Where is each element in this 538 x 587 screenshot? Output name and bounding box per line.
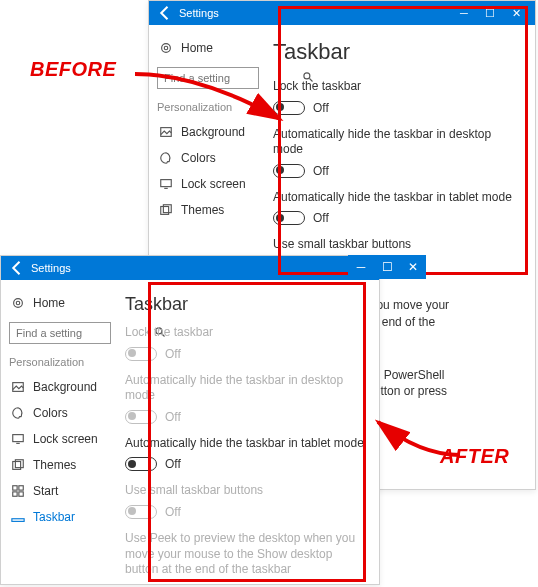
sidebar-item-start[interactable]: Start <box>9 478 111 504</box>
titlebar: Settings ─ ☐ ✕ <box>149 1 535 25</box>
sidebar-item-label: Lock screen <box>33 432 98 446</box>
toggle-state: Off <box>313 101 329 115</box>
sidebar-item-themes[interactable]: Themes <box>9 452 111 478</box>
sidebar-item-label: Themes <box>181 203 224 217</box>
toggle-state: Off <box>313 211 329 225</box>
monitor-icon <box>11 432 25 446</box>
toggle-state: Off <box>165 505 181 519</box>
svg-rect-18 <box>13 486 17 490</box>
setting-label: Use small taskbar buttons <box>273 237 523 253</box>
sidebar-item-background[interactable]: Background <box>9 374 111 400</box>
setting-label: Use Peek to preview the desktop when you… <box>125 531 367 578</box>
setting-autohide-tablet: Automatically hide the taskbar in tablet… <box>125 436 367 472</box>
titlebar: Settings <box>1 256 379 280</box>
annotation-label-before: BEFORE <box>30 58 116 81</box>
close-button[interactable]: ✕ <box>503 7 529 20</box>
sidebar-item-colors[interactable]: Colors <box>157 145 259 171</box>
palette-icon <box>11 406 25 420</box>
setting-autohide-desktop: Automatically hide the taskbar in deskto… <box>273 127 523 178</box>
maximize-button[interactable]: ☐ <box>477 7 503 20</box>
setting-label: Lock the taskbar <box>273 79 523 95</box>
start-icon <box>11 484 25 498</box>
sidebar-item-lockscreen[interactable]: Lock screen <box>157 171 259 197</box>
sidebar: Home Personalization Background Colors L… <box>1 280 119 584</box>
window-controls-before: ─ ☐ ✕ <box>348 255 426 279</box>
sidebar-item-lockscreen[interactable]: Lock screen <box>9 426 111 452</box>
back-button[interactable] <box>7 258 27 278</box>
svg-rect-22 <box>12 519 24 522</box>
setting-lock-taskbar: Lock the taskbar Off <box>125 325 367 361</box>
picture-icon <box>11 380 25 394</box>
sidebar-item-taskbar[interactable]: Taskbar <box>9 504 111 530</box>
toggle <box>125 347 157 361</box>
sidebar-item-label: Colors <box>181 151 216 165</box>
setting-lock-taskbar: Lock the taskbar Off <box>273 79 523 115</box>
main-panel: Taskbar Lock the taskbar Off Automatical… <box>119 280 379 584</box>
back-button[interactable] <box>155 3 175 23</box>
svg-rect-7 <box>161 207 169 215</box>
window-title: Settings <box>175 7 451 19</box>
toggle <box>125 505 157 519</box>
setting-label: Automatically hide the taskbar in deskto… <box>273 127 523 158</box>
sidebar-item-home[interactable]: Home <box>157 35 259 61</box>
themes-icon <box>159 203 173 217</box>
sidebar-item-label: Home <box>33 296 65 310</box>
sidebar-item-label: Background <box>33 380 97 394</box>
page-title: Taskbar <box>273 39 523 65</box>
svg-point-1 <box>164 46 168 50</box>
svg-rect-8 <box>163 205 171 213</box>
gear-icon <box>159 41 173 55</box>
svg-rect-21 <box>19 492 23 496</box>
sidebar-item-label: Lock screen <box>181 177 246 191</box>
minimize-button[interactable]: ─ <box>451 7 477 20</box>
sidebar-item-label: Themes <box>33 458 76 472</box>
annotation-label-after: AFTER <box>440 445 509 468</box>
svg-point-10 <box>16 301 20 305</box>
taskbar-icon <box>11 510 25 524</box>
gear-icon <box>11 296 25 310</box>
sidebar-item-home[interactable]: Home <box>9 290 111 316</box>
minimize-button[interactable]: ─ <box>348 255 374 279</box>
svg-rect-19 <box>19 486 23 490</box>
setting-autohide-tablet: Automatically hide the taskbar in tablet… <box>273 190 523 226</box>
setting-label: Automatically hide the taskbar in deskto… <box>125 373 367 404</box>
monitor-icon <box>159 177 173 191</box>
toggle[interactable] <box>125 457 157 471</box>
setting-label: Automatically hide the taskbar in tablet… <box>273 190 523 206</box>
toggle[interactable] <box>273 211 305 225</box>
themes-icon <box>11 458 25 472</box>
sidebar-item-label: Start <box>33 484 58 498</box>
page-title: Taskbar <box>125 294 367 315</box>
svg-rect-14 <box>13 435 24 442</box>
toggle-state: Off <box>165 410 181 424</box>
svg-point-9 <box>14 299 23 308</box>
sidebar-item-themes[interactable]: Themes <box>157 197 259 223</box>
svg-rect-5 <box>161 180 172 187</box>
palette-icon <box>159 151 173 165</box>
setting-label: Lock the taskbar <box>125 325 367 341</box>
svg-rect-20 <box>13 492 17 496</box>
toggle-state: Off <box>313 164 329 178</box>
sidebar-item-colors[interactable]: Colors <box>9 400 111 426</box>
toggle-state: Off <box>165 457 181 471</box>
section-label: Personalization <box>9 356 111 368</box>
toggle-state: Off <box>165 347 181 361</box>
sidebar-item-label: Home <box>181 41 213 55</box>
setting-autohide-desktop: Automatically hide the taskbar in deskto… <box>125 373 367 424</box>
setting-label: Use small taskbar buttons <box>125 483 367 499</box>
toggle[interactable] <box>273 164 305 178</box>
setting-peek: Use Peek to preview the desktop when you… <box>125 531 367 584</box>
setting-small-buttons: Use small taskbar buttons Off <box>125 483 367 519</box>
setting-label: Automatically hide the taskbar in tablet… <box>125 436 367 452</box>
sidebar-item-label: Colors <box>33 406 68 420</box>
sidebar-item-label: Taskbar <box>33 510 75 524</box>
search-box[interactable] <box>9 322 111 344</box>
maximize-button[interactable]: ☐ <box>374 255 400 279</box>
svg-rect-16 <box>13 462 21 470</box>
window-title: Settings <box>27 262 373 274</box>
svg-point-0 <box>162 44 171 53</box>
settings-window-after: Settings Home Personalization Background… <box>0 255 380 585</box>
close-button[interactable]: ✕ <box>400 255 426 279</box>
svg-rect-17 <box>15 460 23 468</box>
annotation-arrow-before <box>130 64 300 147</box>
